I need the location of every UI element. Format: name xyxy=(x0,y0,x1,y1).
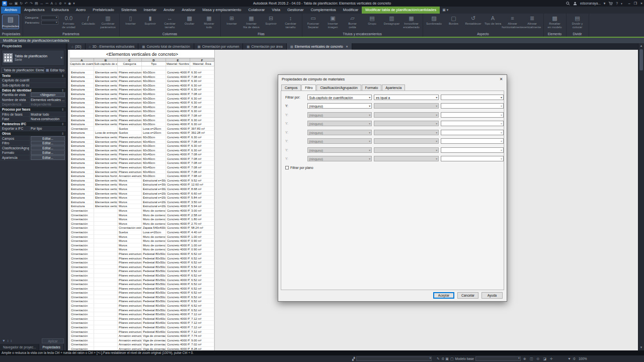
workset-dropdown[interactable] xyxy=(356,356,432,361)
filter-value-dropdown-1[interactable] xyxy=(441,95,504,100)
table-row[interactable]: EstructuraElementos verticaleMurosEstruc… xyxy=(70,200,214,205)
table-cell[interactable]: Pilares estructurale xyxy=(118,83,142,88)
table-cell[interactable]: Concreto 4000 PSI xyxy=(166,127,190,131)
reset-button[interactable]: ↺Restablecer xyxy=(464,15,482,26)
property-value-button[interactable]: Editar... xyxy=(31,155,65,160)
property-value[interactable]: Nueva construcción xyxy=(29,117,66,121)
table-cell[interactable]: Concreto 4000 PSI xyxy=(166,70,190,75)
table-cell[interactable]: Cimentación xyxy=(70,287,94,291)
table-cell[interactable]: Concreto 4000 PSI xyxy=(166,174,190,178)
table-cell[interactable]: Cimentación xyxy=(70,265,94,269)
table-cell[interactable]: Estructural e=30cm xyxy=(142,183,166,187)
table-cell[interactable]: Concreto 4000 PSI xyxy=(166,317,190,321)
table-cell[interactable]: Pilares estructurale xyxy=(118,260,142,265)
select-by-face-icon[interactable]: ◪ xyxy=(543,357,546,361)
table-cell[interactable]: Elementos verticale xyxy=(94,140,118,144)
table-cell[interactable]: Pedestal 80x50cm xyxy=(142,269,166,274)
table-cell[interactable]: Estructura xyxy=(70,161,94,165)
table-cell[interactable]: Elementos verticale xyxy=(94,135,118,140)
table-cell[interactable]: Cimentación xyxy=(70,330,94,334)
table-cell[interactable] xyxy=(94,308,118,313)
filter-field-dropdown-1[interactable]: Sub-capítulo de cuantificación xyxy=(307,95,372,100)
table-cell[interactable]: Cimentación estruc xyxy=(118,226,142,230)
table-cell[interactable] xyxy=(94,304,118,308)
table-cell[interactable]: Concreto 4000 PSI xyxy=(166,342,190,347)
table-cell[interactable]: Estructura xyxy=(70,101,94,105)
table-row[interactable]: CimentaciónPilares estructuralePedestal … xyxy=(70,274,214,278)
table-cell[interactable]: Cimentación xyxy=(70,278,94,283)
table-cell[interactable]: Concreto 4000 PSI xyxy=(166,192,190,196)
resize-column-button[interactable]: ↔Cambiar tamaño xyxy=(161,15,179,29)
help-icon[interactable]: ? xyxy=(616,2,618,5)
table-row[interactable]: CimentaciónPilares estructuralePedestal … xyxy=(70,325,214,330)
table-cell[interactable]: Pilares estructurale xyxy=(118,92,142,97)
table-cell[interactable]: Concreto 4000 PSI xyxy=(166,230,190,235)
table-row[interactable]: EstructuraElementos verticaleMurosEstruc… xyxy=(70,204,214,209)
table-cell[interactable]: Pilares estructurale xyxy=(118,317,142,321)
hide-column-button[interactable]: ▩Ocultar xyxy=(181,15,199,26)
table-cell[interactable]: Muro de contenció xyxy=(142,209,166,213)
table-cell[interactable]: Estructural e=30cm xyxy=(142,187,166,192)
table-row[interactable]: EstructuraElementos verticalePilares est… xyxy=(70,140,214,144)
table-cell[interactable]: Cimentación xyxy=(70,247,94,252)
aligned-dimension-icon[interactable]: ⇿ xyxy=(46,1,49,6)
table-cell[interactable]: Elementos verticale xyxy=(94,204,118,209)
table-cell[interactable]: Cimentación xyxy=(70,260,94,265)
table-cell[interactable]: Estructura xyxy=(70,148,94,153)
table-cell[interactable]: Pedestal 80x50cm xyxy=(142,274,166,278)
table-cell[interactable]: Estructura xyxy=(70,183,94,187)
table-cell[interactable]: 6.30 m² xyxy=(190,79,214,83)
table-cell[interactable]: Concreto 4000 PSI xyxy=(166,118,190,123)
dialog-tab-apariencia[interactable]: Apariencia xyxy=(382,84,405,90)
table-row[interactable]: CimentaciónPilares estructuralePedestal … xyxy=(70,317,214,321)
table-cell[interactable]: Concreto 4000 PSI xyxy=(166,222,190,226)
properties-filter-icon[interactable]: ▼ xyxy=(2,339,6,342)
table-cell[interactable]: Muro de contenció xyxy=(142,213,166,218)
drag-on-selection-icon[interactable]: ✛ xyxy=(550,357,553,361)
property-value[interactable]: Mostrar todo xyxy=(29,112,66,117)
table-cell[interactable]: Pilares estructurale xyxy=(118,75,142,79)
table-cell[interactable]: Estructura xyxy=(70,79,94,83)
table-cell[interactable]: Cimentación xyxy=(70,308,94,313)
table-cell[interactable]: Suelos xyxy=(118,230,142,235)
table-cell[interactable]: 58.24 m² xyxy=(190,226,214,230)
property-value-button[interactable]: Editar... xyxy=(31,146,65,150)
table-cell[interactable]: Cimentación xyxy=(70,342,94,347)
table-row[interactable]: EstructuraElementos verticalePilares est… xyxy=(70,170,214,174)
ribbon-tab-masa-y-emplazamiento[interactable]: Masa y emplazamiento xyxy=(199,7,245,14)
property-group-proceso-por-fases[interactable]: Proceso por fases⇕ xyxy=(0,107,66,112)
table-cell[interactable] xyxy=(94,282,118,287)
table-cell[interactable]: Muro de contenció xyxy=(142,235,166,239)
table-cell[interactable]: Concreto 4000 PSI xyxy=(166,135,190,140)
table-cell[interactable] xyxy=(94,321,118,325)
table-cell[interactable]: Estructura xyxy=(70,122,94,127)
table-cell[interactable]: Muros xyxy=(118,247,142,252)
table-cell[interactable]: 50x30cm xyxy=(142,174,166,178)
property-group-datos-de-identidad[interactable]: Datos de identidad⇕ xyxy=(0,88,66,93)
table-cell[interactable]: Estructural e=20cm xyxy=(142,192,166,196)
table-cell[interactable] xyxy=(94,287,118,291)
table-cell[interactable]: Concreto 4000 PSI xyxy=(166,243,190,248)
table-row[interactable]: CimentaciónPilares estructuralePedestal … xyxy=(70,265,214,269)
table-row[interactable]: EstructuraElementos verticalePilares est… xyxy=(70,75,214,79)
table-cell[interactable] xyxy=(94,239,118,243)
table-cell[interactable]: 1.00 m² xyxy=(190,235,214,239)
table-cell[interactable]: Estructural e=20cm xyxy=(142,200,166,205)
table-cell[interactable]: 6.52 m² xyxy=(190,287,214,291)
table-cell[interactable]: Elementos verticale xyxy=(94,97,118,101)
table-cell[interactable]: 7.12 m² xyxy=(190,321,214,325)
column-header-sub-cap-tulo-de-cu[interactable]: Sub-capítulo de cu xyxy=(94,62,118,66)
table-cell[interactable]: 6.60 m² xyxy=(190,192,214,196)
table-cell[interactable]: 6.30 m² xyxy=(190,83,214,88)
table-cell[interactable]: 12.60 m² xyxy=(190,183,214,187)
table-cell[interactable]: 5.84 m² xyxy=(190,196,214,200)
table-cell[interactable]: Zapata 540x400x8 xyxy=(142,226,166,230)
table-cell[interactable]: Elementos verticale xyxy=(94,109,118,114)
table-cell[interactable]: Pedestal 80x60cm xyxy=(142,317,166,321)
table-cell[interactable]: Pilares estructurale xyxy=(118,256,142,261)
table-cell[interactable]: 7.08 m² xyxy=(190,114,214,118)
dialog-tab-clasificaci-n-agrupaci-n[interactable]: Clasificación/Agrupación xyxy=(316,84,361,90)
table-cell[interactable]: Concreto 4000 PSI xyxy=(166,321,190,325)
table-row[interactable]: CimentaciónPilares estructuralePedestal … xyxy=(70,291,214,295)
table-cell[interactable]: Concreto 4000 PSI xyxy=(166,260,190,265)
